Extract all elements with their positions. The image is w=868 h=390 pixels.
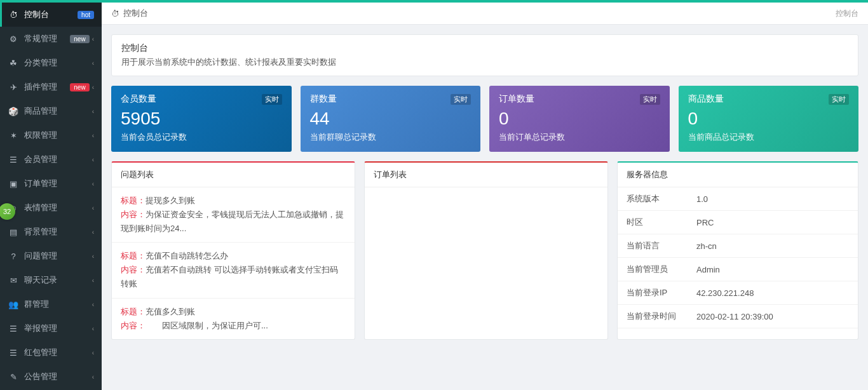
question-item[interactable]: 标题：充值多久到账内容： 因区域限制，为保证用户可... (112, 299, 355, 339)
sidebar-item-label: 问题管理 (24, 250, 90, 262)
info-value: PRC (688, 211, 858, 234)
stats-row: 会员数量实时5905当前会员总记录数群数量实时44当前群聊总记录数订单数量实时0… (111, 86, 858, 152)
info-key: 当前语言 (618, 234, 688, 258)
stat-card-1[interactable]: 群数量实时44当前群聊总记录数 (301, 86, 481, 152)
sidebar-item-label: 控制台 (24, 9, 78, 20)
content-label: 内容： (121, 321, 146, 330)
questions-body: 标题：提现多久到账内容：为保证资金安全，零钱提现后无法人工加急或撤销，提现到账时… (112, 187, 355, 339)
panels-row: 问题列表 标题：提现多久到账内容：为保证资金安全，零钱提现后无法人工加急或撤销，… (111, 161, 858, 340)
sidebar-item-6[interactable]: ☰会员管理‹ (0, 147, 102, 171)
question-item[interactable]: 标题：充值不自动跳转怎么办内容：充值若不自动跳转 可以选择手动转账或者支付宝扫码… (112, 243, 355, 298)
sidebar-item-14[interactable]: ☰红包管理‹ (0, 340, 102, 365)
sidebar-item-1[interactable]: ⚙常规管理new‹ (0, 27, 102, 51)
stat-card-0[interactable]: 会员数量实时5905当前会员总记录数 (111, 86, 292, 152)
sidebar-item-9[interactable]: ▤背景管理‹ (0, 220, 102, 244)
sidebar-item-0[interactable]: ⏱控制台hot (0, 3, 102, 27)
sidebar-item-label: 插件管理 (24, 81, 70, 93)
info-key: 当前登录IP (618, 281, 688, 305)
info-key: 当前登录时间 (618, 305, 688, 328)
orders-panel: 订单列表 (364, 161, 608, 340)
welcome-title: 控制台 (121, 43, 848, 54)
chevron-left-icon: ‹ (92, 84, 94, 91)
sidebar-item-label: 聊天记录 (24, 274, 90, 286)
server-info-panel: 服务器信息 系统版本1.0时区PRC当前语言zh-cn当前管理员Admin当前登… (617, 161, 858, 340)
chevron-left-icon: ‹ (92, 180, 94, 187)
sidebar-item-10[interactable]: ?问题管理‹ (0, 244, 102, 268)
content: 控制台 用于展示当前系统中的统计数据、统计报表及重要实时数据 会员数量实时590… (102, 25, 868, 349)
sidebar-item-label: 背景管理 (24, 226, 90, 238)
chevron-left-icon: ‹ (92, 373, 94, 380)
menu-icon: 🎲 (8, 107, 19, 116)
info-value: 42.230.221.248 (688, 281, 858, 305)
menu-icon: ⏱ (8, 10, 19, 19)
title-label: 标题： (121, 251, 146, 260)
sidebar-item-13[interactable]: ☰举报管理‹ (0, 316, 102, 340)
sidebar-item-label: 公告管理 (24, 371, 90, 382)
stat-label: 商品数量 (688, 93, 724, 105)
panel-title: 服务器信息 (618, 163, 858, 187)
menu-icon: ✈ (8, 83, 19, 91)
question-content: 充值若不自动跳转 可以选择手动转账或者支付宝扫码转账 (121, 265, 338, 288)
sidebar-item-4[interactable]: 🎲商品管理‹ (0, 99, 102, 123)
info-value: Admin (688, 258, 858, 281)
menu-icon: ▣ (8, 179, 19, 188)
chevron-left-icon: ‹ (92, 108, 94, 115)
content-label: 内容： (121, 210, 146, 219)
menu-icon: ✉ (8, 276, 19, 285)
question-title: 充值不自动跳转怎么办 (146, 251, 228, 260)
chevron-left-icon: ‹ (92, 229, 94, 236)
sidebar-item-7[interactable]: ▣订单管理‹ (0, 171, 102, 196)
table-row: 当前登录时间2020-02-11 20:39:00 (618, 305, 858, 328)
stat-card-3[interactable]: 商品数量实时0当前商品总记录数 (679, 86, 859, 152)
sidebar-item-3[interactable]: ✈插件管理new‹ (0, 75, 102, 99)
sidebar-item-2[interactable]: ☘分类管理‹ (0, 51, 102, 75)
stat-value: 0 (688, 109, 850, 129)
chevron-left-icon: ‹ (92, 205, 94, 212)
sidebar-item-label: 红包管理 (24, 347, 90, 358)
table-row: 当前登录IP42.230.221.248 (618, 281, 858, 305)
info-key: 系统版本 (618, 187, 688, 211)
breadcrumb-home[interactable]: 控制台 (123, 8, 148, 19)
chevron-left-icon: ‹ (92, 349, 94, 356)
panel-title: 订单列表 (365, 163, 607, 187)
sidebar-item-5[interactable]: ✶权限管理‹ (0, 123, 102, 147)
stat-value: 0 (499, 109, 660, 129)
sidebar-item-12[interactable]: 👥群管理‹ (0, 292, 102, 316)
live-badge: 实时 (829, 94, 849, 105)
question-title: 充值多久到账 (146, 307, 195, 316)
table-row: 系统版本1.0 (618, 187, 858, 211)
top-accent-bar (0, 0, 868, 3)
sidebar-item-label: 分类管理 (24, 57, 90, 69)
sidebar-item-11[interactable]: ✉聊天记录‹ (0, 268, 102, 292)
stat-desc: 当前群聊总记录数 (310, 131, 471, 143)
sidebar-item-15[interactable]: ✎公告管理‹ (0, 365, 102, 389)
breadcrumb: ⏱ 控制台 控制台 (102, 3, 868, 25)
sidebar-item-8[interactable]: ☺表情管理‹ (0, 196, 102, 220)
chevron-left-icon: ‹ (92, 277, 94, 284)
sidebar-item-label: 订单管理 (24, 178, 90, 189)
stat-desc: 当前会员总记录数 (121, 131, 282, 143)
chevron-left-icon: ‹ (92, 36, 94, 43)
sidebar-item-label: 常规管理 (24, 33, 70, 44)
info-value: 2020-02-11 20:39:00 (688, 305, 858, 328)
question-item[interactable]: 标题：提现多久到账内容：为保证资金安全，零钱提现后无法人工加急或撤销，提现到账时… (112, 187, 355, 243)
table-row: 时区PRC (618, 211, 858, 234)
chevron-left-icon: ‹ (92, 156, 94, 163)
stat-desc: 当前订单总记录数 (499, 131, 660, 143)
info-key: 时区 (618, 211, 688, 234)
chevron-left-icon: ‹ (92, 60, 94, 67)
menu-icon: ⚙ (8, 34, 19, 43)
live-badge: 实时 (640, 94, 660, 105)
server-body: 系统版本1.0时区PRC当前语言zh-cn当前管理员Admin当前登录IP42.… (618, 187, 858, 328)
content-label: 内容： (121, 265, 146, 274)
stat-value: 44 (310, 109, 471, 129)
breadcrumb-right: 控制台 (836, 8, 858, 19)
stat-label: 订单数量 (499, 93, 534, 105)
chevron-left-icon: ‹ (92, 253, 94, 260)
chevron-left-icon: ‹ (92, 325, 94, 332)
sidebar-item-label: 群管理 (24, 299, 90, 310)
menu-icon: ? (8, 252, 19, 260)
menu-icon: ✎ (8, 372, 19, 381)
dashboard-icon: ⏱ (111, 9, 119, 18)
stat-card-2[interactable]: 订单数量实时0当前订单总记录数 (489, 86, 670, 152)
